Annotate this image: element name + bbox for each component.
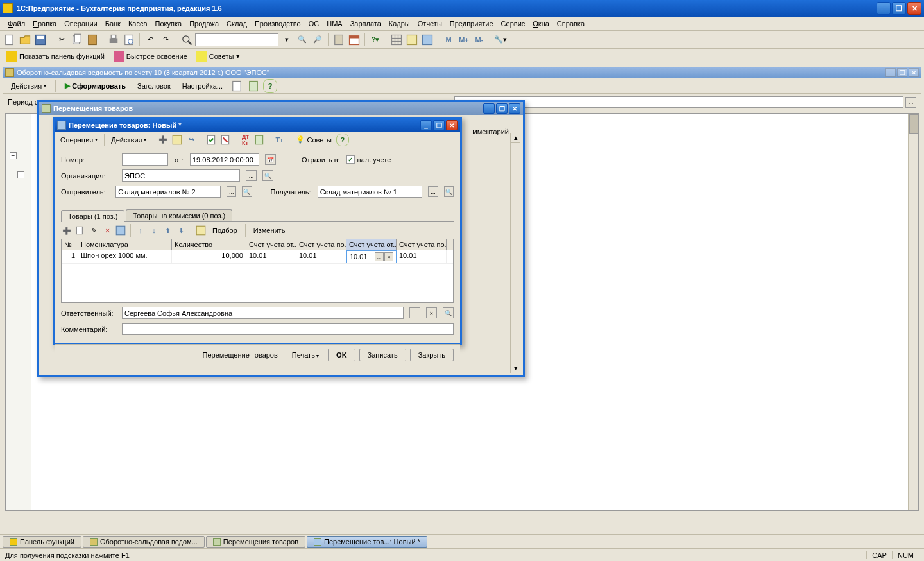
date-input[interactable]: 19.08.2012 0:00:00: [190, 153, 259, 166]
find-next-icon[interactable]: 🔍: [295, 33, 309, 47]
cell-select-button[interactable]: ...: [375, 252, 384, 261]
grid-sort-asc-icon[interactable]: ⬆: [162, 225, 173, 236]
task-doc[interactable]: Перемещение тов...: Новый *: [307, 536, 427, 548]
print-button[interactable]: Печать: [287, 349, 324, 361]
task-panel[interactable]: Панель функций: [3, 536, 81, 548]
doc-maximize-button[interactable]: ❐: [433, 120, 445, 130]
tree-collapse-2-icon[interactable]: −: [17, 171, 24, 178]
number-input[interactable]: [122, 153, 168, 166]
doc-struct-icon[interactable]: [253, 134, 266, 146]
doc-post-icon[interactable]: [205, 134, 218, 146]
menu-nma[interactable]: НМА: [323, 19, 346, 29]
list-minimize-button[interactable]: _: [483, 103, 495, 114]
menu-service[interactable]: Сервис: [497, 19, 529, 29]
menu-kadry[interactable]: Кадры: [385, 19, 414, 29]
doc-unpost-icon[interactable]: [219, 134, 232, 146]
menu-help[interactable]: Справка: [553, 19, 588, 29]
grid-selection-button[interactable]: Подбор: [209, 227, 241, 234]
doc-list-icon[interactable]: [171, 134, 184, 146]
save-icon[interactable]: [33, 33, 47, 47]
report-actions-button[interactable]: Действия: [6, 80, 51, 92]
maximize-button[interactable]: ❐: [892, 2, 906, 15]
doc-dkt-icon[interactable]: ДтКт: [239, 134, 252, 146]
tips-button[interactable]: Советы ▾: [193, 50, 244, 63]
grid-change-button[interactable]: Изменить: [250, 227, 289, 234]
calc-icon[interactable]: [332, 33, 346, 47]
menu-reports[interactable]: Отчеты: [414, 19, 446, 29]
open-icon[interactable]: [18, 33, 32, 47]
resp-select-button[interactable]: ...: [409, 307, 420, 318]
col-acc-to2[interactable]: Счет учета по...: [397, 239, 447, 250]
m-icon[interactable]: M: [441, 33, 456, 47]
grid-icon[interactable]: [389, 33, 404, 47]
report-tool1-icon[interactable]: [230, 79, 244, 93]
tab-komis[interactable]: Товары на комиссии (0 поз.): [126, 209, 232, 221]
grid-up-icon[interactable]: ↑: [135, 225, 146, 236]
col-acc-to[interactable]: Счет учета по...: [296, 239, 346, 250]
undo-icon[interactable]: ↶: [143, 33, 157, 47]
menu-kassa[interactable]: Касса: [124, 19, 151, 29]
menu-sell[interactable]: Продажа: [185, 19, 223, 29]
list-scrollbar[interactable]: ▴ ▾: [510, 133, 520, 373]
nal-checkbox[interactable]: нал. учете: [346, 155, 391, 164]
list-maximize-button[interactable]: ❐: [496, 103, 508, 114]
quick-learn-button[interactable]: Быстрое освоение: [110, 50, 191, 63]
grid-copy-icon[interactable]: [74, 225, 86, 236]
tree-collapse-1-icon[interactable]: −: [10, 152, 17, 159]
new-icon[interactable]: [3, 33, 17, 47]
report-tool2-icon[interactable]: [246, 79, 261, 93]
grid-down-icon[interactable]: ↓: [148, 225, 160, 236]
receiver-open-button[interactable]: 🔍: [444, 186, 454, 197]
m-plus-icon[interactable]: M+: [457, 33, 471, 47]
doc-nav-icon[interactable]: ↪: [185, 134, 198, 146]
show-panel-button[interactable]: Показать панель функций: [3, 50, 108, 63]
menu-proizv[interactable]: Производство: [251, 19, 305, 29]
doc-help-icon[interactable]: ?: [336, 134, 349, 146]
report-header-button[interactable]: Заголовок: [133, 80, 175, 92]
menu-edit[interactable]: Правка: [29, 19, 60, 29]
resp-input[interactable]: Сергеева Софья Александровна: [122, 307, 404, 319]
menu-salary[interactable]: Зарплата: [346, 19, 385, 29]
ok-button[interactable]: OK: [328, 349, 355, 361]
minimize-button[interactable]: _: [877, 2, 891, 15]
comment-input[interactable]: [122, 323, 454, 335]
close-button[interactable]: ✕: [907, 2, 921, 15]
paste-icon[interactable]: [85, 33, 99, 47]
close-doc-button[interactable]: Закрыть: [410, 349, 454, 361]
copy-icon[interactable]: [70, 33, 84, 47]
cell-a3-editing[interactable]: 10.01 ... ×: [346, 250, 397, 263]
resp-open-button[interactable]: 🔍: [443, 307, 454, 318]
org-select-button[interactable]: ...: [246, 170, 257, 181]
menu-sklad[interactable]: Склад: [223, 19, 251, 29]
list-close-button[interactable]: ✕: [509, 103, 520, 114]
grid-edit-icon[interactable]: ✎: [88, 225, 99, 236]
report-form-button[interactable]: ▶ Сформировать: [60, 80, 130, 92]
calendar-icon[interactable]: [347, 33, 361, 47]
find-icon[interactable]: [180, 33, 194, 47]
doc-t-icon[interactable]: Тт: [273, 134, 286, 146]
doc-add-icon[interactable]: ➕: [157, 134, 169, 146]
window-icon[interactable]: [420, 33, 434, 47]
help-dropdown-icon[interactable]: ?▾: [368, 33, 382, 47]
receiver-input[interactable]: Склад материалов № 1: [318, 186, 423, 198]
grid-add-icon[interactable]: ➕: [61, 225, 73, 236]
preview-icon[interactable]: [122, 33, 136, 47]
menu-windows[interactable]: Окна: [529, 19, 553, 29]
menu-company[interactable]: Предприятие: [446, 19, 497, 29]
period-select-button[interactable]: ...: [905, 97, 916, 108]
task-list[interactable]: Перемещения товаров: [206, 536, 305, 548]
sender-select-button[interactable]: ...: [227, 186, 236, 197]
menu-os[interactable]: ОС: [305, 19, 323, 29]
doc-actions-button[interactable]: Действия: [108, 134, 150, 146]
redo-icon[interactable]: ↷: [158, 33, 173, 47]
doc-tips-button[interactable]: 💡 Советы: [293, 134, 334, 146]
report-restore-button[interactable]: ❐: [897, 68, 907, 77]
grid-sort-desc-icon[interactable]: ⬇: [175, 225, 187, 236]
m-minus-icon[interactable]: M-: [472, 33, 486, 47]
report-minimize-button[interactable]: _: [886, 68, 896, 77]
receiver-select-button[interactable]: ...: [428, 186, 438, 197]
doc-close-button[interactable]: ✕: [446, 120, 458, 130]
cell-clear-button[interactable]: ×: [384, 252, 393, 261]
sender-input[interactable]: Склад материалов № 2: [116, 186, 221, 198]
report-scrollbar[interactable]: [908, 114, 918, 510]
